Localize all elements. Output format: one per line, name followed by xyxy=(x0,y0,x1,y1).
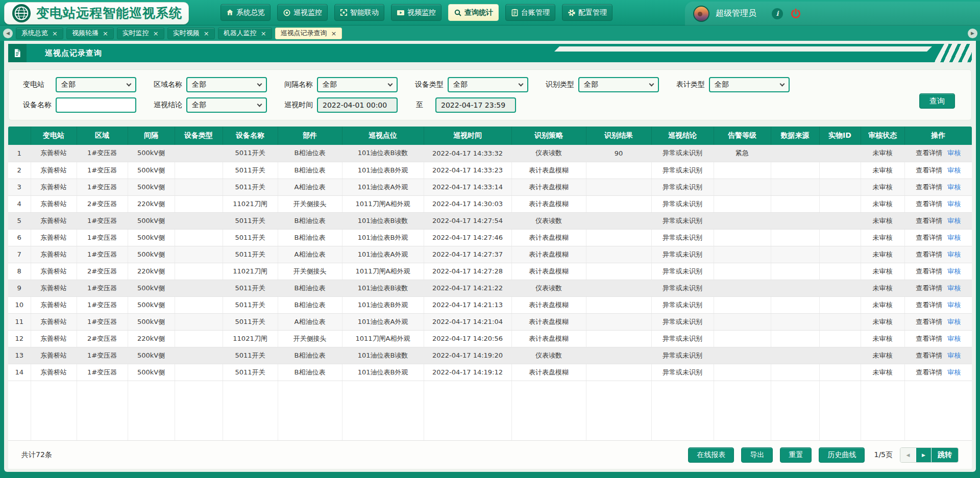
audit-link[interactable]: 审核 xyxy=(947,335,961,342)
tab-inspection-record-query[interactable]: 巡视点记录查询 × xyxy=(275,28,342,39)
nav-item-system-overview[interactable]: 系统总览 xyxy=(220,4,271,21)
tab-robot-monitor[interactable]: 机器人监控 × xyxy=(218,28,272,39)
audit-link[interactable]: 审核 xyxy=(947,267,961,275)
chevron-down-icon xyxy=(257,81,262,86)
tab-scroll-right-button[interactable]: ▶ xyxy=(968,29,977,38)
view-detail-link[interactable]: 查看详情 xyxy=(916,250,942,258)
table-cell: 5011开关 xyxy=(223,246,278,263)
table-cell: 东善桥站 xyxy=(31,145,77,162)
nav-item-ledger-management[interactable]: 台账管理 xyxy=(505,4,555,21)
table-cell xyxy=(586,162,651,179)
view-detail-link[interactable]: 查看详情 xyxy=(916,368,942,376)
close-icon[interactable]: × xyxy=(153,30,159,37)
view-detail-link[interactable]: 查看详情 xyxy=(916,166,942,174)
table-cell xyxy=(861,381,904,440)
audit-link[interactable]: 审核 xyxy=(947,351,961,359)
view-detail-link[interactable]: 查看详情 xyxy=(916,318,942,325)
station-select[interactable]: 全部 xyxy=(56,77,136,92)
table-cell xyxy=(714,263,771,280)
table-row: 14东善桥站1#变压器500kV侧5011开关B相油位表101油位表B外观202… xyxy=(8,364,972,381)
view-detail-link[interactable]: 查看详情 xyxy=(916,301,942,309)
view-detail-link[interactable]: 查看详情 xyxy=(916,200,942,208)
audit-link[interactable]: 审核 xyxy=(947,149,961,157)
audit-link[interactable]: 审核 xyxy=(947,200,961,208)
jump-button[interactable]: 跳转 xyxy=(931,448,958,462)
view-detail-link[interactable]: 查看详情 xyxy=(916,217,942,224)
reset-button[interactable]: 重置 xyxy=(780,447,812,463)
time-from-input[interactable]: 2022-04-01 00:00 xyxy=(317,97,398,113)
recognition-type-select[interactable]: 全部 xyxy=(578,77,659,92)
bay-select[interactable]: 全部 xyxy=(317,77,398,92)
close-icon[interactable]: × xyxy=(331,30,337,37)
conclusion-select[interactable]: 全部 xyxy=(186,97,267,113)
table-cell: 未审核 xyxy=(861,296,904,313)
table-cell: 未审核 xyxy=(861,263,904,280)
export-button[interactable]: 导出 xyxy=(741,447,773,463)
table-row: 7东善桥站1#变压器500kV侧5011开关A相油位表101油位表A外观2022… xyxy=(8,246,972,263)
operation-cell: 查看详情审核 xyxy=(904,179,972,195)
audit-link[interactable]: 审核 xyxy=(947,217,961,224)
audit-link[interactable]: 审核 xyxy=(947,284,961,292)
audit-link[interactable]: 审核 xyxy=(947,166,961,174)
table-cell: 东善桥站 xyxy=(31,263,77,280)
table-cell: 表计表盘模糊 xyxy=(511,263,586,280)
view-detail-link[interactable]: 查看详情 xyxy=(916,284,942,292)
view-detail-link[interactable]: 查看详情 xyxy=(916,149,942,157)
table-cell: 东善桥站 xyxy=(31,313,77,330)
query-button[interactable]: 查询 xyxy=(919,93,955,109)
time-to-input[interactable]: 2022-04-17 23:59 xyxy=(435,97,516,113)
table-cell: 11 xyxy=(8,313,31,330)
device-type-select[interactable]: 全部 xyxy=(448,77,528,92)
table-cell: 101油位表A外观 xyxy=(342,179,424,195)
table-cell xyxy=(771,280,819,296)
table-cell: 异常或未识别 xyxy=(651,162,714,179)
meter-type-label: 表计类型 xyxy=(676,80,709,89)
table-cell: 异常或未识别 xyxy=(651,212,714,229)
column-header: 巡视点位 xyxy=(342,127,424,145)
nav-item-query-statistics[interactable]: 查询统计 xyxy=(448,4,499,21)
nav-item-config-management[interactable]: 配置管理 xyxy=(562,4,612,21)
table-cell xyxy=(714,364,771,381)
area-select[interactable]: 全部 xyxy=(186,77,267,92)
view-detail-link[interactable]: 查看详情 xyxy=(916,183,942,191)
tab-video-carousel[interactable]: 视频轮播 × xyxy=(66,28,114,39)
table-row: 4东善桥站2#变压器220kV侧11021刀闸开关侧接头1011刀闸A相外观20… xyxy=(8,195,972,212)
table-row: 12东善桥站2#变压器220kV侧11021刀闸开关侧接头1011刀闸A相外观2… xyxy=(8,330,972,347)
close-icon[interactable]: × xyxy=(261,30,266,37)
table-cell xyxy=(714,162,771,179)
audit-link[interactable]: 审核 xyxy=(947,368,961,376)
tab-realtime-monitor[interactable]: 实时监控 × xyxy=(117,28,164,39)
table-cell: B相油位表 xyxy=(278,145,342,162)
tab-system-overview[interactable]: 系统总览 × xyxy=(16,28,63,39)
nav-item-smart-linkage[interactable]: 智能联动 xyxy=(334,4,384,21)
app-header: 变电站远程智能巡视系统 系统总览 巡视监控 智能联动 视频监控 查询统计 台账管… xyxy=(0,0,980,26)
tab-scroll-left-button[interactable]: ◀ xyxy=(3,29,13,38)
table-cell xyxy=(771,162,819,179)
meter-type-select[interactable]: 全部 xyxy=(709,77,790,92)
history-curve-button[interactable]: 历史曲线 xyxy=(819,447,865,463)
close-icon[interactable]: × xyxy=(103,30,108,37)
prev-page-button[interactable]: ◀ xyxy=(900,448,916,462)
logout-power-icon[interactable] xyxy=(790,8,801,19)
table-cell: 101油位表B读数 xyxy=(342,212,424,229)
info-icon[interactable]: i xyxy=(772,8,783,19)
avatar[interactable] xyxy=(693,6,709,22)
audit-link[interactable]: 审核 xyxy=(947,250,961,258)
view-detail-link[interactable]: 查看详情 xyxy=(916,267,942,275)
view-detail-link[interactable]: 查看详情 xyxy=(916,351,942,359)
close-icon[interactable]: × xyxy=(204,30,209,37)
nav-item-inspection-monitor[interactable]: 巡视监控 xyxy=(277,4,328,21)
audit-link[interactable]: 审核 xyxy=(947,318,961,325)
close-icon[interactable]: × xyxy=(52,30,58,37)
audit-link[interactable]: 审核 xyxy=(947,183,961,191)
audit-link[interactable]: 审核 xyxy=(947,234,961,241)
view-detail-link[interactable]: 查看详情 xyxy=(916,335,942,342)
audit-link[interactable]: 审核 xyxy=(947,301,961,309)
online-report-button[interactable]: 在线报表 xyxy=(688,447,734,463)
chevron-down-icon xyxy=(649,81,654,86)
next-page-button[interactable]: ▶ xyxy=(916,448,931,462)
view-detail-link[interactable]: 查看详情 xyxy=(916,234,942,241)
device-name-input[interactable] xyxy=(56,97,136,113)
nav-item-video-monitor[interactable]: 视频监控 xyxy=(391,4,442,21)
tab-realtime-video[interactable]: 实时视频 × xyxy=(167,28,215,39)
